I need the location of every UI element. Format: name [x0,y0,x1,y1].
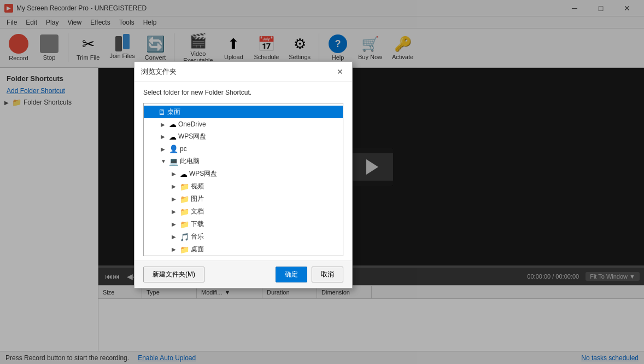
ok-button[interactable]: 确定 [276,267,307,282]
tree-folder-icon: 📁 [180,220,189,229]
tree-folder-icon: ☁ [180,170,188,178]
cancel-button[interactable]: 取消 [312,267,343,282]
tree-expand-icon[interactable]: ▶ [172,221,178,227]
tree-item-label: 桌面 [167,107,180,117]
dialog-body: Select folder for new Folder Shortcut. 🖥… [134,82,352,261]
tree-folder-icon: 💻 [169,157,178,166]
tree-item[interactable]: ▶📁文档 [144,205,343,218]
tree-folder-icon: ☁ [169,120,177,129]
tree-item[interactable]: ▶📁下载 [144,218,343,230]
tree-item[interactable]: ▶☁WPS网盘 [144,167,343,180]
tree-expand-icon[interactable]: ▶ [161,122,167,128]
tree-item-label: 文档 [191,207,204,216]
tree-expand-icon[interactable]: ▶ [172,209,178,215]
tree-item-label: pc [180,145,187,153]
folder-tree[interactable]: 🖥桌面▶☁OneDrive▶☁WPS网盘▶👤pc▼💻此电脑▶☁WPS网盘▶📁视频… [143,103,343,256]
tree-expand-icon[interactable]: ▶ [161,146,167,152]
tree-folder-icon: 📁 [180,182,189,191]
tree-item[interactable]: ▶👤pc [144,143,343,155]
tree-folder-icon: 📁 [180,207,189,216]
tree-folder-icon: 📁 [180,195,189,204]
tree-item[interactable]: ▼💻此电脑 [144,155,343,167]
tree-item[interactable]: ▶☁OneDrive [144,118,343,130]
tree-expand-icon[interactable]: ▶ [172,183,178,189]
tree-item[interactable]: 🖥桌面 [144,106,343,118]
tree-expand-icon[interactable]: ▶ [161,134,167,140]
tree-expand-icon[interactable]: ▶ [172,246,178,252]
tree-folder-icon: 📁 [180,245,189,254]
tree-folder-icon: 🖥 [158,108,166,117]
tree-expand-icon[interactable]: ▶ [172,171,178,177]
tree-item[interactable]: ▶📁视频 [144,180,343,193]
tree-item-label: WPS网盘 [189,169,217,178]
dialog-overlay: 浏览文件夹 ✕ Select folder for new Folder Sho… [0,0,644,364]
dialog-close-button[interactable]: ✕ [335,66,346,77]
tree-item-label: 图片 [191,194,204,204]
tree-item[interactable]: ▶📁图片 [144,193,343,205]
tree-item-label: OneDrive [178,120,206,128]
tree-item-label: 桌面 [191,245,204,254]
tree-folder-icon: ☁ [169,132,177,141]
tree-item[interactable]: ▶🎵音乐 [144,230,343,243]
tree-item-label: 此电脑 [180,157,200,166]
tree-item-label: 视频 [191,182,204,191]
tree-expand-icon[interactable]: ▶ [172,196,178,202]
browse-folder-dialog: 浏览文件夹 ✕ Select folder for new Folder Sho… [134,61,353,288]
tree-folder-icon: 👤 [169,145,178,153]
tree-item[interactable]: ▶☁WPS网盘 [144,130,343,143]
dialog-footer: 新建文件夹(M) 确定 取消 [134,261,352,288]
dialog-titlebar: 浏览文件夹 ✕ [134,62,352,82]
new-folder-button[interactable]: 新建文件夹(M) [143,267,204,282]
tree-item[interactable]: ▶📁桌面 [144,243,343,256]
tree-item-label: 音乐 [191,232,204,241]
dialog-description: Select folder for new Folder Shortcut. [143,89,343,96]
tree-item[interactable]: ▶💾本地磁盘 (C:) [144,256,343,256]
tree-expand-icon[interactable]: ▼ [161,158,167,164]
tree-folder-icon: 🎵 [180,233,189,241]
tree-item-label: WPS网盘 [178,132,206,141]
dialog-title: 浏览文件夹 [141,67,177,77]
tree-item-label: 下载 [191,219,204,229]
tree-expand-icon[interactable]: ▶ [172,234,178,240]
